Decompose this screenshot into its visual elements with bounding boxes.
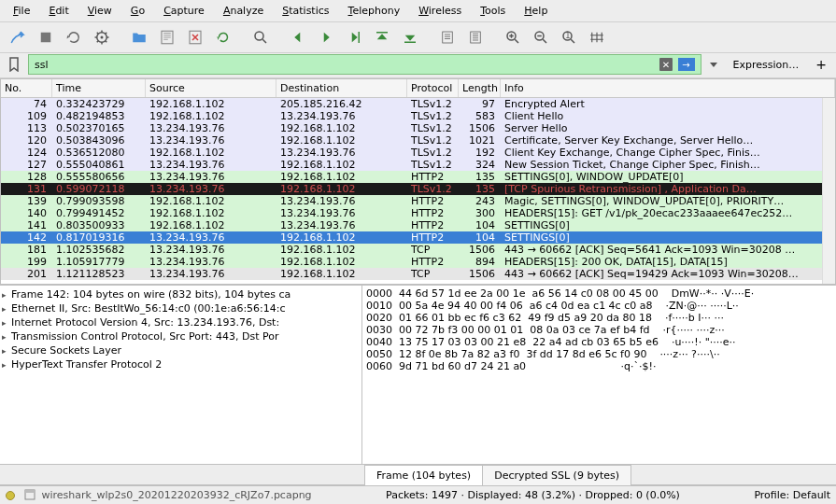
packet-details-tree[interactable]: ▸ Frame 142: 104 bytes on wire (832 bits… [0, 286, 362, 464]
reload-file-button[interactable] [211, 25, 235, 49]
close-file-button[interactable] [183, 25, 207, 49]
hex-row[interactable]: 0020 01 66 01 bb ec f6 c3 62 49 f9 d5 a9… [366, 312, 832, 324]
menu-statistics[interactable]: Statistics [273, 2, 338, 20]
tab-decrypted-ssl[interactable]: Decrypted SSL (9 bytes) [482, 465, 631, 485]
svg-rect-0 [41, 33, 51, 43]
column-header-no[interactable]: No. [1, 79, 52, 97]
menu-telephony[interactable]: Telephony [339, 2, 410, 20]
column-header-destination[interactable]: Destination [276, 79, 407, 97]
stop-capture-button[interactable] [34, 25, 58, 49]
packet-list-header: No. Time Source Destination Protocol Len… [1, 79, 835, 98]
packet-row[interactable]: 1310.59907211813.234.193.76192.168.1.102… [1, 183, 822, 195]
menu-analyze[interactable]: Analyze [214, 2, 273, 20]
apply-filter-button[interactable]: → [678, 58, 695, 71]
save-file-button[interactable] [155, 25, 179, 49]
start-capture-button[interactable] [6, 25, 30, 49]
column-header-source[interactable]: Source [146, 79, 276, 97]
packet-row[interactable]: 1090.482194853192.168.1.10213.234.193.76… [1, 110, 822, 122]
go-to-packet-button[interactable] [342, 25, 366, 49]
menu-view[interactable]: View [78, 2, 121, 20]
go-forward-button[interactable] [314, 25, 338, 49]
packet-row[interactable]: 1410.803500933192.168.1.10213.234.193.76… [1, 219, 822, 231]
packet-row[interactable]: 1420.81701931613.234.193.76192.168.1.102… [1, 231, 822, 244]
tree-item[interactable]: ▸ Frame 142: 104 bytes on wire (832 bits… [0, 287, 361, 301]
go-last-button[interactable] [398, 25, 422, 49]
find-button[interactable] [248, 25, 273, 49]
packet-row[interactable]: 1280.55558065613.234.193.76192.168.1.102… [1, 171, 822, 183]
bytes-tabs: Frame (104 bytes) Decrypted SSL (9 bytes… [0, 464, 836, 485]
packet-row[interactable]: 1270.55504086113.234.193.76192.168.1.102… [1, 159, 822, 171]
filter-bookmark-button[interactable] [4, 54, 24, 75]
expression-button[interactable]: Expression… [726, 54, 807, 75]
hex-row[interactable]: 0010 00 5a 4e 94 40 00 f4 06 a6 c4 0d ea… [366, 300, 832, 312]
tree-item[interactable]: ▸ Ethernet II, Src: BestItWo_56:14:c0 (0… [0, 301, 361, 315]
packet-row[interactable]: 2011.12112852313.234.193.76192.168.1.102… [1, 268, 822, 280]
restart-capture-button[interactable] [62, 25, 86, 49]
svg-rect-9 [443, 32, 453, 43]
menu-help[interactable]: Help [515, 2, 557, 20]
status-profile[interactable]: Profile: Default [754, 489, 830, 501]
add-filter-button[interactable]: + [810, 54, 832, 75]
tab-frame-bytes[interactable]: Frame (104 bytes) [364, 465, 483, 485]
column-header-info[interactable]: Info [501, 79, 835, 97]
hex-row[interactable]: 0030 00 72 7b f3 00 00 01 01 08 0a 03 ce… [366, 324, 832, 336]
packet-row[interactable]: 1390.799093598192.168.1.10213.234.193.76… [1, 195, 822, 207]
menu-edit[interactable]: Edit [39, 2, 78, 20]
display-filter-input[interactable]: ssl ✕ → [28, 54, 701, 75]
hex-row[interactable]: 0060 9d 71 bd 60 d7 24 21 a0 ·q·`·$!· [366, 360, 832, 372]
expand-arrow-icon[interactable]: ▸ [2, 346, 11, 356]
packet-row[interactable]: 1400.799491452192.168.1.10213.234.193.76… [1, 207, 822, 219]
tree-item[interactable]: ▸ Secure Sockets Layer [0, 343, 361, 357]
toolbar: 1 [0, 22, 836, 53]
packet-row[interactable]: 1130.50237016513.234.193.76192.168.1.102… [1, 122, 822, 134]
expand-arrow-icon[interactable]: ▸ [2, 360, 11, 370]
resize-columns-button[interactable] [585, 25, 609, 49]
column-header-time[interactable]: Time [52, 79, 146, 97]
packet-list-scrollbar[interactable] [822, 98, 835, 284]
auto-scroll-button[interactable] [435, 25, 460, 49]
expand-arrow-icon[interactable]: ▸ [2, 318, 11, 328]
hex-row[interactable]: 0040 13 75 17 03 03 00 21 e8 22 a4 ad cb… [366, 336, 832, 348]
zoom-in-button[interactable] [501, 25, 525, 49]
filter-history-dropdown[interactable] [705, 54, 722, 75]
packet-row[interactable]: 1200.50384309613.234.193.76192.168.1.102… [1, 134, 822, 147]
column-header-protocol[interactable]: Protocol [407, 79, 459, 97]
hex-row[interactable]: 0000 44 6d 57 1d ee 2a 00 1e a6 56 14 c0… [366, 287, 832, 300]
expand-arrow-icon[interactable]: ▸ [2, 332, 11, 342]
packet-row[interactable]: 1240.536512080192.168.1.10213.234.193.76… [1, 147, 822, 159]
menu-wireless[interactable]: Wireless [409, 2, 471, 20]
clear-filter-button[interactable]: ✕ [659, 58, 673, 71]
menu-file[interactable]: File [4, 2, 39, 20]
open-file-button[interactable] [127, 25, 151, 49]
tree-item[interactable]: ▸ HyperText Transfer Protocol 2 [0, 357, 361, 371]
svg-rect-7 [376, 32, 388, 34]
zoom-out-button[interactable] [529, 25, 553, 49]
capture-options-button[interactable] [90, 25, 114, 49]
go-first-button[interactable] [370, 25, 394, 49]
menu-go[interactable]: Go [121, 2, 154, 20]
tree-item[interactable]: ▸ Transmission Control Protocol, Src Por… [0, 329, 361, 343]
column-header-length[interactable]: Length [459, 79, 501, 97]
svg-rect-6 [359, 32, 361, 43]
expand-arrow-icon[interactable]: ▸ [2, 304, 11, 314]
status-bar: wireshark_wlp2s0_20201220203932_cRJZo7.p… [0, 485, 836, 504]
filter-text: ssl [35, 59, 49, 71]
hex-row[interactable]: 0050 12 8f 0e 8b 7a 82 a3 f0 3f dd 17 8d… [366, 348, 832, 360]
status-packet-counts: Packets: 1497 · Displayed: 48 (3.2%) · D… [321, 489, 745, 501]
expand-arrow-icon[interactable]: ▸ [2, 290, 11, 300]
expert-info-button[interactable] [6, 491, 15, 500]
menu-bar: File Edit View Go Capture Analyze Statis… [0, 0, 836, 22]
packet-row[interactable]: 1811.10253568213.234.193.76192.168.1.102… [1, 244, 822, 256]
menu-capture[interactable]: Capture [154, 2, 214, 20]
packet-row[interactable]: 740.332423729192.168.1.102205.185.216.42… [1, 98, 822, 110]
packet-row[interactable]: 1991.10591777913.234.193.76192.168.1.102… [1, 256, 822, 268]
filter-bar: ssl ✕ → Expression… + [0, 53, 836, 78]
packet-rows[interactable]: 740.332423729192.168.1.102205.185.216.42… [1, 98, 822, 280]
details-section: ▸ Frame 142: 104 bytes on wire (832 bits… [0, 285, 836, 464]
colorize-button[interactable] [463, 25, 488, 49]
go-back-button[interactable] [286, 25, 310, 49]
tree-item[interactable]: ▸ Internet Protocol Version 4, Src: 13.2… [0, 315, 361, 329]
menu-tools[interactable]: Tools [471, 2, 515, 20]
zoom-reset-button[interactable]: 1 [557, 25, 581, 49]
packet-bytes-hex[interactable]: 0000 44 6d 57 1d ee 2a 00 1e a6 56 14 c0… [362, 286, 836, 464]
